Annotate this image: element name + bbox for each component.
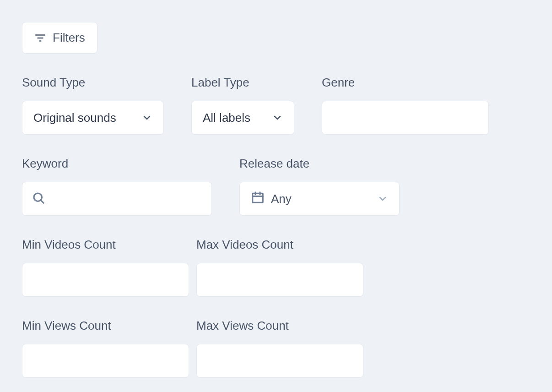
filters-button[interactable]: Filters (22, 22, 97, 54)
genre-field: Genre (322, 76, 489, 135)
max-views-field: Max Views Count (196, 319, 363, 378)
release-date-value: Any (271, 192, 368, 206)
sound-type-value: Original sounds (33, 111, 132, 125)
keyword-field: Keyword (22, 157, 212, 216)
max-videos-input-wrapper (196, 263, 363, 297)
min-videos-input[interactable] (32, 273, 179, 287)
search-icon (32, 191, 45, 207)
max-videos-label: Max Videos Count (196, 238, 363, 252)
svg-line-4 (41, 200, 43, 203)
label-type-field: Label Type All labels (191, 76, 294, 135)
calendar-icon (251, 191, 265, 207)
min-videos-field: Min Videos Count (22, 238, 189, 297)
max-views-label: Max Views Count (196, 319, 363, 333)
max-views-input[interactable] (206, 354, 354, 368)
min-views-label: Min Views Count (22, 319, 189, 333)
release-date-select[interactable]: Any (239, 182, 400, 216)
label-type-select[interactable]: All labels (191, 101, 294, 135)
min-views-field: Min Views Count (22, 319, 189, 378)
min-videos-input-wrapper (22, 263, 189, 297)
label-type-value: All labels (203, 111, 263, 125)
min-views-input-wrapper (22, 344, 189, 378)
keyword-input[interactable] (51, 192, 202, 206)
label-type-label: Label Type (191, 76, 294, 90)
sound-type-label: Sound Type (22, 76, 164, 90)
release-date-label: Release date (239, 157, 400, 171)
keyword-input-wrapper (22, 182, 212, 216)
chevron-down-icon (141, 112, 152, 123)
filters-button-label: Filters (53, 31, 85, 45)
max-views-input-wrapper (196, 344, 363, 378)
svg-rect-5 (253, 193, 263, 202)
genre-input[interactable] (331, 111, 479, 125)
genre-input-wrapper (322, 101, 489, 135)
chevron-down-icon (272, 112, 283, 123)
max-videos-input[interactable] (206, 273, 354, 287)
chevron-down-icon (377, 193, 388, 204)
genre-label: Genre (322, 76, 489, 90)
min-videos-label: Min Videos Count (22, 238, 189, 252)
release-date-field: Release date Any (239, 157, 400, 216)
sound-type-field: Sound Type Original sounds (22, 76, 164, 135)
min-views-input[interactable] (32, 354, 179, 368)
max-videos-field: Max Videos Count (196, 238, 363, 297)
filter-icon (34, 32, 46, 44)
keyword-label: Keyword (22, 157, 212, 171)
sound-type-select[interactable]: Original sounds (22, 101, 164, 135)
